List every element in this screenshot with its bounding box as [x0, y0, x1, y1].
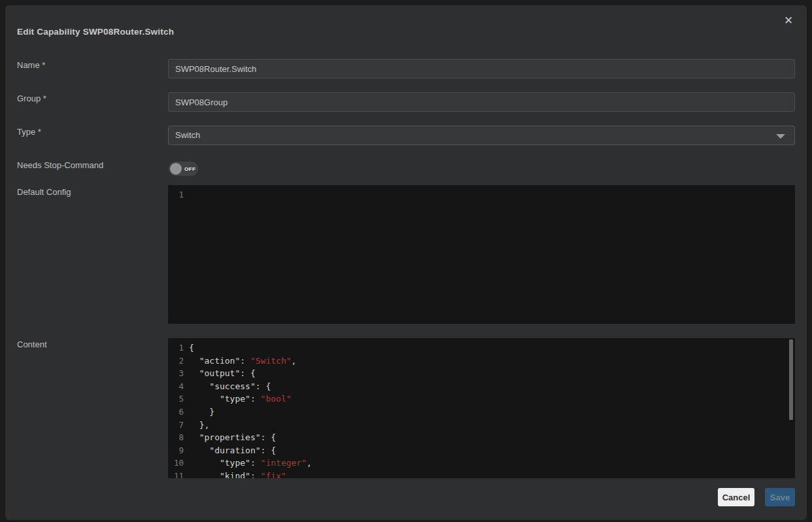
- code-line: 1: [168, 188, 795, 201]
- line-number: 2: [168, 355, 184, 368]
- group-input[interactable]: [168, 92, 795, 112]
- line-number: 4: [168, 380, 184, 393]
- cancel-button[interactable]: Cancel: [718, 488, 754, 506]
- toggle-knob-icon: [170, 163, 182, 175]
- edit-capability-modal: ✕ Edit Capability SWP08Router.Switch Nam…: [5, 5, 807, 520]
- group-label: Group *: [17, 94, 46, 103]
- line-number: 1: [168, 188, 184, 201]
- modal-title: Edit Capability SWP08Router.Switch: [17, 27, 174, 37]
- modal-backdrop: ✕ Edit Capability SWP08Router.Switch Nam…: [0, 0, 812, 522]
- line-number: 10: [168, 457, 184, 470]
- line-number: 5: [168, 392, 184, 406]
- line-number: 8: [168, 431, 184, 444]
- line-number: 3: [168, 367, 184, 380]
- toggle-state-label: OFF: [184, 166, 195, 172]
- type-select[interactable]: Switch: [168, 126, 795, 145]
- code-line: 11 "kind": "fix": [168, 470, 795, 478]
- name-label: Name *: [17, 60, 45, 70]
- content-label: Content: [17, 339, 47, 349]
- code-line: 9 "duration": {: [168, 444, 795, 457]
- needs-stop-command-label: Needs Stop-Command: [17, 160, 103, 170]
- code-line: 10 "type": "integer",: [168, 457, 795, 470]
- line-number: 9: [168, 444, 184, 457]
- line-number: 11: [168, 470, 184, 478]
- code-line: 7 },: [168, 419, 795, 432]
- line-number: 6: [168, 406, 184, 419]
- type-selected-value: Switch: [175, 130, 200, 140]
- default-config-label: Default Config: [17, 187, 71, 197]
- code-line: 6 }: [168, 406, 795, 419]
- line-number: 7: [168, 419, 184, 432]
- content-editor-scrollbar[interactable]: [789, 339, 793, 420]
- close-icon[interactable]: ✕: [781, 13, 796, 29]
- needs-stop-command-toggle[interactable]: OFF: [169, 162, 198, 176]
- content-editor[interactable]: 1{2 "action": "Switch",3 "output": {4 "s…: [168, 338, 795, 478]
- code-line: 4 "success": {: [168, 380, 795, 393]
- code-line: 1{: [168, 341, 795, 355]
- code-line: 8 "properties": {: [168, 431, 795, 444]
- line-number: 1: [168, 341, 184, 355]
- code-line: 5 "type": "bool": [168, 392, 795, 406]
- save-button[interactable]: Save: [765, 488, 795, 506]
- name-input[interactable]: [168, 59, 795, 78]
- code-line: 2 "action": "Switch",: [168, 355, 795, 368]
- type-label: Type *: [17, 127, 41, 137]
- code-line: 3 "output": {: [168, 367, 795, 380]
- chevron-down-icon: [776, 134, 785, 139]
- default-config-editor[interactable]: 1: [168, 185, 795, 324]
